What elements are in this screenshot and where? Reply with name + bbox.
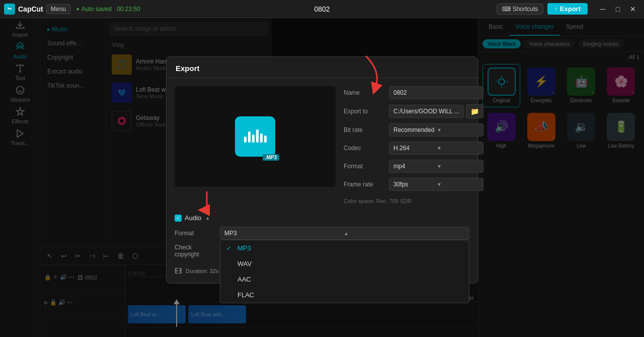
bar-3 — [252, 134, 255, 143]
export-modal: Export .MP3 — [166, 56, 478, 284]
color-space-row: Color space: Rec. 709 SDR — [344, 196, 484, 206]
titlebar-right: ⌨ Shortcuts ↑ Export ─ □ ✕ — [497, 2, 640, 16]
copyright-label: Check copyright — [175, 244, 215, 258]
shortcuts-icon: ⌨ — [502, 6, 511, 13]
bar-1 — [244, 137, 247, 143]
aac-label: AAC — [237, 276, 251, 283]
capcut-icon: ✂ — [4, 4, 15, 15]
format-select-value: mp4 — [393, 163, 435, 170]
modal-body: .MP3 Name — [167, 78, 477, 214]
minimize-button[interactable]: ─ — [596, 2, 610, 16]
modal-settings: Name Export to C:/Users/GOOD WILL ... 📁 … — [344, 86, 484, 206]
app-name: CapCut — [18, 5, 43, 13]
audio-bars — [244, 127, 267, 143]
bar-2 — [248, 131, 251, 143]
export-button[interactable]: ↑ Export — [547, 3, 588, 15]
app-logo: ✂ CapCut — [4, 4, 43, 15]
name-input[interactable] — [389, 86, 484, 99]
mp3-tag: .MP3 — [263, 154, 279, 161]
autosave-text: Auto saved · 00:23:50 — [82, 6, 140, 13]
audio-section-header: ✓ Audio ▴ — [175, 214, 469, 222]
bar-6 — [264, 136, 267, 143]
setting-format-label: Format — [344, 163, 384, 170]
audio-collapse-icon[interactable]: ▴ — [206, 215, 209, 221]
bar-4 — [256, 129, 259, 143]
mp3-preview-icon: .MP3 — [235, 116, 275, 157]
menu-button[interactable]: Menu — [46, 4, 70, 14]
codec-select-value: H.264 — [393, 145, 435, 152]
format-option-mp3[interactable]: ✓ MP3 — [220, 240, 469, 256]
format-chevron: ▾ — [438, 163, 479, 170]
setting-bitrate-value: Recommended ▾ — [389, 123, 484, 137]
setting-name-label: Name — [344, 89, 384, 96]
bar-5 — [260, 133, 263, 143]
modal-preview: .MP3 — [175, 86, 336, 187]
titlebar: ✂ CapCut Menu ● Auto saved · 00:23:50 08… — [0, 0, 644, 18]
audio-section: ✓ Audio ▴ Format MP3 ▴ — [167, 214, 477, 262]
setting-format-value: mp4 ▾ — [389, 160, 484, 173]
autosave-dot: ● — [76, 6, 79, 12]
shortcuts-button[interactable]: ⌨ Shortcuts — [497, 4, 544, 15]
setting-exportto-row: Export to C:/Users/GOOD WILL ... 📁 — [344, 104, 484, 118]
audio-checkbox[interactable]: ✓ — [175, 215, 182, 222]
export-label: Export — [560, 5, 581, 13]
framerate-select[interactable]: 30fps ▾ — [389, 178, 484, 191]
framerate-chevron: ▾ — [438, 181, 479, 188]
format-option-aac[interactable]: AAC — [220, 272, 469, 287]
setting-format-row: Format mp4 ▾ — [344, 160, 484, 173]
setting-name-row: Name — [344, 86, 484, 99]
color-space-text: Color space: Rec. 709 SDR — [344, 198, 412, 204]
audio-format-value: MP3 — [224, 230, 345, 237]
path-row: C:/Users/GOOD WILL ... 📁 — [389, 104, 484, 118]
setting-codec-value: H.264 ▾ — [389, 142, 484, 155]
audio-title: Audio — [185, 214, 201, 222]
maximize-button[interactable]: □ — [611, 2, 625, 16]
format-option-wav[interactable]: WAV — [220, 256, 469, 272]
setting-exportto-label: Export to — [344, 108, 384, 115]
audio-format-row: Format MP3 ▴ ✓ MP3 WAV — [175, 227, 469, 240]
setting-bitrate-row: Bit rate Recommended ▾ — [344, 123, 484, 137]
bitrate-chevron: ▾ — [438, 126, 479, 133]
setting-bitrate-label: Bit rate — [344, 126, 384, 133]
film-icon: 🎞 — [175, 267, 182, 275]
wav-label: WAV — [237, 260, 252, 267]
audio-format-dropdown: ✓ MP3 WAV AAC FLAC — [220, 240, 469, 303]
setting-name-value — [389, 86, 484, 99]
format-select[interactable]: mp4 ▾ — [389, 160, 484, 173]
bitrate-select[interactable]: Recommended ▾ — [389, 123, 484, 137]
audio-format-label: Format — [175, 230, 215, 237]
close-button[interactable]: ✕ — [626, 2, 640, 16]
codec-select[interactable]: H.264 ▾ — [389, 142, 484, 155]
framerate-select-value: 30fps — [393, 181, 435, 188]
format-dropdown-container: MP3 ▴ ✓ MP3 WAV — [220, 227, 469, 240]
export-path: C:/Users/GOOD WILL ... — [389, 105, 464, 118]
mp3-label: MP3 — [237, 244, 251, 252]
modal-overlay[interactable]: Export .MP3 — [0, 18, 644, 337]
setting-codec-row: Codec H.264 ▾ — [344, 142, 484, 155]
autosave-indicator: ● Auto saved · 00:23:50 — [76, 6, 140, 13]
shortcuts-label: Shortcuts — [513, 6, 538, 13]
format-option-flac[interactable]: FLAC — [220, 287, 469, 303]
folder-browse-button[interactable]: 📁 — [466, 104, 484, 118]
setting-framerate-row: Frame rate 30fps ▾ — [344, 178, 484, 191]
flac-label: FLAC — [237, 291, 254, 299]
modal-title: Export — [167, 57, 477, 78]
mp3-check: ✓ — [226, 245, 233, 252]
project-title: 0802 — [314, 5, 330, 13]
setting-framerate-label: Frame rate — [344, 181, 384, 188]
setting-codec-label: Codec — [344, 145, 384, 152]
window-controls: ─ □ ✕ — [596, 2, 640, 16]
codec-chevron: ▾ — [438, 145, 479, 152]
audio-format-chevron: ▴ — [345, 230, 465, 237]
bitrate-select-value: Recommended — [393, 126, 435, 133]
audio-format-trigger[interactable]: MP3 ▴ — [220, 227, 469, 240]
export-icon: ↑ — [554, 5, 558, 13]
setting-framerate-value: 30fps ▾ — [389, 178, 484, 191]
